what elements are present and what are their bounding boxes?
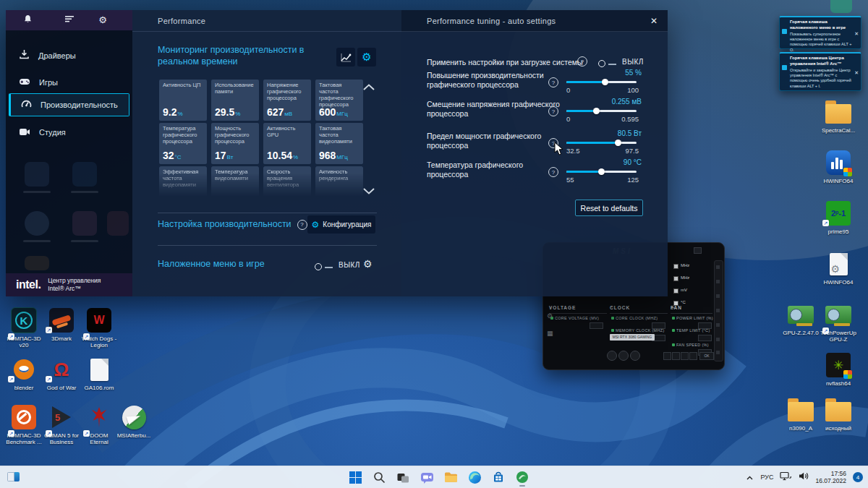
reset-defaults-button[interactable]: Reset to defaults <box>575 200 643 216</box>
taskbar-search-icon[interactable] <box>370 468 388 487</box>
shortcut-arrow-icon: ↗ <box>83 333 90 340</box>
scroll-up-icon[interactable] <box>362 81 377 91</box>
desktop-icon[interactable]: ⚙HWiNFO64 <box>820 250 856 286</box>
ok-button[interactable]: OK <box>699 352 714 360</box>
close-icon[interactable]: ✕ <box>854 70 859 76</box>
toast-body: Показывать суперполезное наложенное меню… <box>790 32 852 53</box>
panel-header: Performance <box>132 10 401 32</box>
apply-button[interactable] <box>630 351 640 361</box>
slider-track[interactable] <box>566 142 637 144</box>
help-icon[interactable]: ? <box>577 56 587 67</box>
desktop-icon[interactable]: W↗Watch Dogs - Legion <box>81 307 117 348</box>
close-icon[interactable]: ✕ <box>854 31 859 37</box>
slider-handle[interactable] <box>593 108 600 114</box>
desktop-icon[interactable]: ↗DOOM Eternal <box>81 403 117 445</box>
ghost-icon <box>25 162 49 187</box>
desktop-icon[interactable]: ✳nvflash64 <box>820 351 856 387</box>
taskbar-taskview-icon[interactable] <box>393 468 412 487</box>
taskbar-start-icon[interactable] <box>346 468 365 487</box>
bell-icon[interactable] <box>22 14 33 26</box>
clock-section-header: ◔CLOCK <box>610 305 668 314</box>
help-icon[interactable]: ? <box>548 167 558 177</box>
taskbar: РУС 17:5616.07.2022 4 <box>0 466 868 488</box>
sidebar-item-studio[interactable]: Студия <box>9 123 129 142</box>
slider-handle[interactable] <box>602 79 608 85</box>
slider-track[interactable] <box>566 171 637 173</box>
slider-handle[interactable] <box>598 168 605 175</box>
slider-track[interactable] <box>566 81 637 83</box>
slider-max: 100 <box>627 86 639 94</box>
taskbar-chat-icon[interactable] <box>417 468 436 487</box>
desktop-icon[interactable]: SpectraCal... <box>820 98 856 134</box>
sidebar-item-games[interactable]: Игры <box>9 73 129 92</box>
reset-button[interactable] <box>607 351 617 361</box>
desktop-icon[interactable]: MSIAfterbu... <box>116 403 152 439</box>
desktop-icon[interactable]: n3090_A <box>783 396 819 432</box>
doc-icon <box>85 356 114 383</box>
help-icon[interactable]: ? <box>548 106 558 116</box>
desktop-icon[interactable]: 5↗CalMAN 5 for Business <box>43 403 80 445</box>
core-voltage-field[interactable] <box>590 322 603 329</box>
close-icon[interactable]: ✕ <box>650 16 658 26</box>
tile-value: 32°C <box>163 149 182 162</box>
gpuz-icon <box>786 301 815 328</box>
desktop-icon[interactable]: ↗КОМПАС-3D Benchmark ... <box>6 403 42 445</box>
sidebar-item-performance[interactable]: Производительность <box>9 93 129 116</box>
sidebar-item-drivers[interactable]: Драйверы <box>9 46 129 65</box>
apply-on-boot-toggle[interactable] <box>598 60 617 67</box>
tuning-panel: Performance tuning - auto settings ✕ При… <box>401 10 668 296</box>
volume-icon[interactable] <box>798 471 809 484</box>
overlay-toggle[interactable] <box>315 263 333 270</box>
desktop-icon[interactable]: K↗КОМПАС-3D v20 <box>6 307 42 348</box>
taskbar-edge-icon[interactable] <box>465 468 484 487</box>
slider-label: Повышение производительности графическог… <box>427 71 561 90</box>
gear-icon[interactable]: ⚙ <box>97 14 109 26</box>
profile-button[interactable] <box>663 352 671 360</box>
save-button[interactable] <box>618 351 629 361</box>
help-icon[interactable]: ? <box>297 220 307 230</box>
tile-value: 9.2% <box>163 106 183 119</box>
overlay-toggle-state: ВЫКЛ <box>339 261 360 269</box>
desktop-icon[interactable]: Ω↗God of War <box>43 356 80 391</box>
window-buttons[interactable] <box>694 247 718 253</box>
help-icon[interactable]: ? <box>548 77 558 87</box>
temp-limit-field[interactable] <box>698 335 712 341</box>
desktop-icon[interactable]: ↗TechPowerUp GPU-Z <box>820 301 856 343</box>
overlay-settings-icon[interactable]: ⚙ <box>363 258 373 270</box>
notification-badge[interactable]: 4 <box>853 472 863 482</box>
desktop-icon[interactable]: GPU-Z.2.47.0 <box>783 301 819 336</box>
desktop-icon[interactable]: исходный <box>820 396 856 432</box>
slider-track[interactable] <box>566 110 637 112</box>
desktop-icon[interactable]: ↗3Dmark <box>43 307 80 342</box>
taskbar-store-icon[interactable] <box>489 468 508 487</box>
network-icon[interactable] <box>780 471 791 484</box>
configuration-button[interactable]: ⚙ Конфигурация <box>307 215 375 234</box>
slider-value: 80.5 Вт <box>618 129 642 137</box>
profile-button[interactable] <box>681 352 689 360</box>
side-toolbar[interactable] <box>714 260 723 361</box>
chart-button[interactable] <box>336 48 355 67</box>
slider-handle[interactable] <box>615 140 621 146</box>
taskbar-explorer-icon[interactable] <box>441 468 460 487</box>
toast-title: Горячая клавиша наложенного меню в игре <box>790 20 852 31</box>
desktop-icon[interactable]: ↗blender <box>6 356 42 391</box>
monitor-settings-button[interactable]: ⚙ <box>357 48 376 67</box>
language-indicator[interactable]: РУС <box>760 474 773 481</box>
desktop-icon[interactable]: 2ᵖ-1↗prime95 <box>820 200 856 235</box>
desktop-icon-label: GPU-Z.2.47.0 <box>783 330 819 336</box>
settings-icon[interactable]: ⚙ <box>547 312 553 320</box>
desktop-icon[interactable]: HWiNFO64 <box>820 149 856 184</box>
apply-toggle-state: ВЫКЛ <box>622 58 644 66</box>
scroll-down-icon[interactable] <box>362 185 377 195</box>
monitor-icon[interactable]: ▦ <box>547 330 553 337</box>
profile-button[interactable] <box>672 352 680 360</box>
clock[interactable]: 17:5616.07.2022 <box>815 470 846 484</box>
menu-icon[interactable] <box>64 14 75 26</box>
screen: K↗КОМПАС-3D v20↗3DmarkW↗Watch Dogs - Leg… <box>0 0 868 488</box>
desktop-icon[interactable]: GA106.rom <box>81 356 117 391</box>
taskbar-arc-app-icon[interactable] <box>513 468 532 487</box>
widgets-icon[interactable] <box>7 472 20 481</box>
profile-button[interactable] <box>689 352 697 360</box>
tray-chevron-icon[interactable] <box>746 471 754 484</box>
tile-value: 29.5% <box>215 106 240 119</box>
